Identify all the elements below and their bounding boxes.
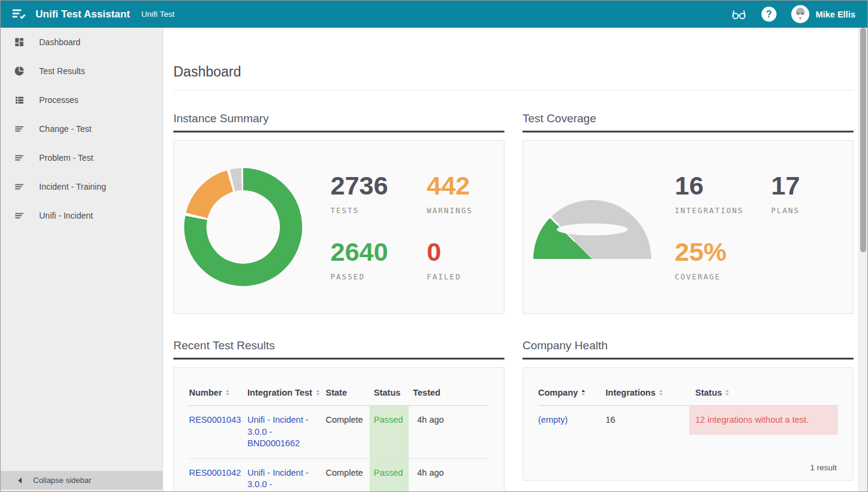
collapse-left-arrow-icon (18, 478, 22, 484)
glasses-icon[interactable] (731, 6, 747, 22)
stat-integrations: 16 INTEGRATIONS (675, 173, 771, 215)
sidebar-item-incident-training[interactable]: Incident - Training (1, 172, 163, 201)
column-header-number[interactable]: Number (189, 388, 247, 397)
app-title: Unifi Test Assistant (36, 8, 130, 20)
stat-tests: 2736 TESTS (330, 173, 427, 215)
sidebar-item-label: Test Results (39, 66, 85, 76)
sort-icon (659, 390, 663, 396)
health-status-badge: 12 integrations without a test. (689, 406, 838, 435)
tests-donut-chart (184, 168, 302, 286)
text-lines-icon (14, 181, 25, 192)
help-icon[interactable]: ? (761, 7, 777, 22)
test-coverage-heading: Test Coverage (522, 112, 854, 132)
column-header-integrations[interactable]: Integrations (606, 388, 689, 397)
column-header-status: Status (370, 388, 409, 397)
title-divider (173, 90, 854, 90)
user-name: Mike Ellis (816, 10, 855, 19)
user-menu[interactable]: Mike Ellis (791, 5, 855, 23)
sidebar-item-label: Change - Test (39, 124, 91, 134)
avatar (791, 5, 810, 23)
menu-button[interactable] (9, 5, 28, 24)
recent-results-header-row: Number Integration Test State Status (189, 388, 489, 406)
company-health-heading: Company Health (522, 339, 854, 360)
state-value: Complete (326, 459, 370, 491)
column-header-status[interactable]: Status (689, 388, 838, 397)
dashboard-grid-icon (14, 37, 25, 48)
app-window: Unifi Test Assistant Unifi Test ? (0, 0, 868, 492)
text-lines-icon (14, 123, 25, 134)
stat-plans: 17 PLANS (771, 173, 853, 215)
column-header-company[interactable]: Company (538, 388, 606, 397)
column-header-state: State (326, 388, 370, 397)
left-column: Instance Summary 2736 TESTS 442 WARNINGS (173, 112, 504, 491)
sidebar-item-unifi-incident[interactable]: Unifi - Incident (1, 201, 163, 230)
coverage-gauge-chart (533, 200, 651, 259)
integration-test-link[interactable]: Unifi - Incident - 3.0.0 - BND0001662 (247, 415, 309, 448)
list-icon (14, 95, 25, 105)
state-value: Complete (326, 406, 370, 458)
column-header-integration-test[interactable]: Integration Test (247, 388, 326, 397)
instance-summary-panel: 2736 TESTS 442 WARNINGS 2640 PASSED 0 (173, 140, 504, 314)
vertical-scrollbar-thumb[interactable] (860, 28, 866, 252)
right-column: Test Coverage 16 INTEGRATIONS 17 PLANS (522, 112, 854, 491)
stat-passed: 2640 PASSED (330, 239, 427, 281)
stat-coverage: 25% COVERAGE (675, 239, 771, 281)
sort-ascending-icon (581, 390, 585, 396)
vertical-scrollbar-track[interactable] (858, 28, 867, 491)
page-title: Dashboard (173, 64, 854, 80)
recent-test-results-heading: Recent Test Results (173, 339, 504, 360)
sidebar-item-problem-test[interactable]: Problem - Test (1, 143, 163, 172)
topbar: Unifi Test Assistant Unifi Test ? (1, 1, 867, 28)
result-count: 1 result (538, 463, 838, 480)
result-number-link[interactable]: RES0001043 (189, 415, 241, 425)
table-row: RES0001043 Unifi - Incident - 3.0.0 - BN… (189, 406, 489, 459)
recent-test-results-panel: Number Integration Test State Status (173, 367, 504, 491)
sidebar-item-label: Dashboard (39, 37, 81, 47)
tested-value: 4h ago (409, 406, 489, 458)
stat-failed: 0 FAILED (427, 239, 504, 281)
sidebar-item-processes[interactable]: Processes (1, 86, 163, 114)
sort-icon (226, 390, 229, 396)
sidebar-item-label: Problem - Test (39, 153, 93, 163)
sidebar-item-change-test[interactable]: Change - Test (1, 114, 163, 143)
sidebar-item-test-results[interactable]: Test Results (1, 57, 163, 86)
environment-label: Unifi Test (141, 10, 175, 19)
pie-chart-icon (14, 66, 25, 76)
tested-value: 4h ago (409, 459, 489, 491)
company-health-panel: Company Integrations Status (522, 367, 854, 481)
result-number-link[interactable]: RES0001042 (189, 468, 241, 478)
playlist-check-menu-icon (11, 6, 27, 22)
sort-icon (725, 390, 729, 396)
integrations-count: 16 (606, 406, 689, 435)
text-lines-icon (14, 210, 25, 221)
sidebar: Dashboard Test Results Processes Change … (1, 28, 163, 491)
stat-warnings: 442 WARNINGS (427, 173, 504, 215)
sidebar-item-label: Incident - Training (39, 182, 106, 192)
main-content: Dashboard Instance Summary 2736 TESTS 44… (163, 28, 858, 491)
company-link[interactable]: (empty) (538, 415, 568, 425)
sort-icon (316, 390, 320, 396)
text-lines-icon (14, 152, 25, 163)
status-badge: Passed (370, 459, 409, 491)
company-health-header-row: Company Integrations Status (538, 388, 838, 406)
instance-summary-heading: Instance Summary (173, 112, 504, 132)
table-row: (empty) 16 12 integrations without a tes… (538, 406, 838, 435)
sidebar-item-dashboard[interactable]: Dashboard (1, 28, 163, 57)
column-header-tested: Tested (409, 388, 489, 397)
sidebar-item-label: Unifi - Incident (39, 211, 93, 220)
table-row: RES0001042 Unifi - Incident - 3.0.0 - Co… (189, 459, 489, 491)
integration-test-link[interactable]: Unifi - Incident - 3.0.0 - (247, 468, 309, 490)
status-badge: Passed (370, 406, 409, 458)
test-coverage-panel: 16 INTEGRATIONS 17 PLANS 25% COVERAGE (522, 140, 854, 314)
sidebar-item-label: Processes (39, 95, 78, 105)
help-glyph: ? (766, 9, 772, 20)
collapse-sidebar-label: Collapse sidebar (33, 476, 91, 485)
collapse-sidebar-button[interactable]: Collapse sidebar (1, 471, 163, 490)
